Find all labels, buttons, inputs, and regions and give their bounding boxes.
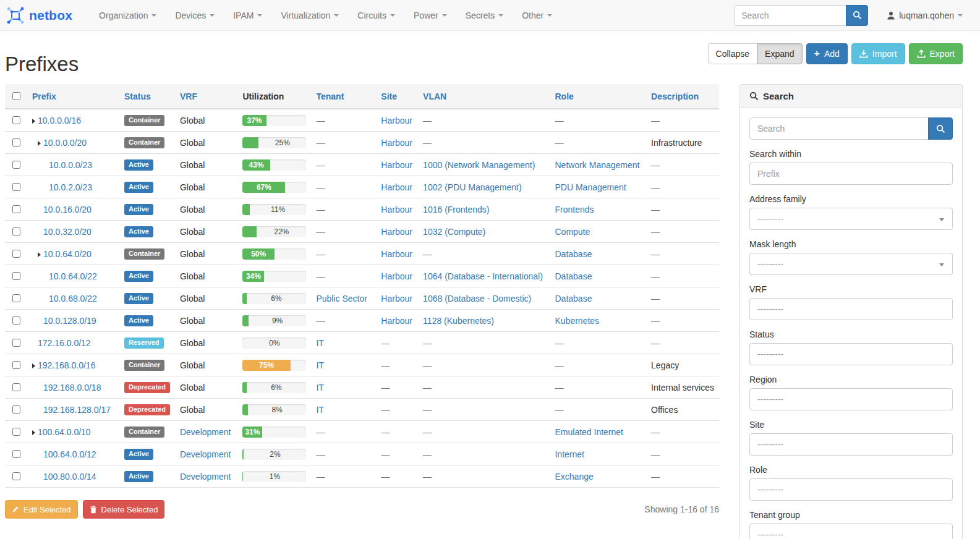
- row-checkbox[interactable]: [12, 205, 20, 213]
- filter-select-mask-length[interactable]: ---------: [749, 253, 953, 275]
- row-checkbox[interactable]: [12, 183, 20, 191]
- prefix-link[interactable]: 10.0.64.0/20: [43, 249, 92, 259]
- collapse-button[interactable]: Collapse: [708, 43, 757, 64]
- role-link[interactable]: Kubernetes: [555, 316, 599, 326]
- site-link[interactable]: Harbour: [381, 205, 412, 214]
- prefix-link[interactable]: 10.0.128.0/19: [43, 316, 96, 326]
- vrf-link[interactable]: Development: [180, 472, 231, 482]
- row-checkbox[interactable]: [12, 405, 20, 414]
- role-link[interactable]: Emulated Internet: [555, 427, 623, 437]
- role-link[interactable]: Frontends: [555, 205, 594, 214]
- column-header-description[interactable]: Description: [646, 84, 719, 109]
- site-link[interactable]: Harbour: [381, 294, 412, 303]
- export-button[interactable]: Export: [909, 43, 963, 64]
- nav-menu-other[interactable]: Other: [513, 0, 561, 31]
- site-link[interactable]: Harbour: [381, 271, 412, 281]
- tenant-link[interactable]: IT: [316, 383, 323, 393]
- navbar-search-button[interactable]: [846, 5, 868, 26]
- row-checkbox[interactable]: [12, 116, 20, 124]
- expand-caret-icon[interactable]: [38, 252, 41, 257]
- site-link[interactable]: Harbour: [381, 227, 412, 237]
- edit-selected-button[interactable]: Edit Selected: [5, 500, 78, 519]
- site-link[interactable]: Harbour: [381, 138, 412, 148]
- expand-caret-icon[interactable]: [32, 363, 35, 368]
- role-link[interactable]: PDU Management: [555, 182, 626, 192]
- prefix-link[interactable]: 10.0.64.0/22: [49, 271, 97, 281]
- row-checkbox[interactable]: [12, 428, 20, 436]
- row-checkbox[interactable]: [12, 339, 20, 347]
- sidebar-search-button[interactable]: [928, 117, 953, 140]
- prefix-link[interactable]: 192.168.0.0/16: [38, 360, 95, 370]
- nav-menu-circuits[interactable]: Circuits: [348, 0, 404, 31]
- column-header-site[interactable]: Site: [376, 84, 418, 109]
- user-menu[interactable]: luqman.qohen: [887, 11, 963, 20]
- vlan-link[interactable]: 1002 (PDU Management): [423, 182, 522, 192]
- site-link[interactable]: Harbour: [381, 160, 412, 170]
- site-link[interactable]: Harbour: [381, 182, 412, 192]
- column-header-vrf[interactable]: VRF: [175, 84, 237, 109]
- row-checkbox[interactable]: [12, 227, 20, 236]
- role-link[interactable]: Exchange: [555, 472, 593, 482]
- filter-select-address-family[interactable]: ---------: [749, 208, 953, 230]
- row-checkbox[interactable]: [12, 294, 20, 302]
- select-all-checkbox[interactable]: [12, 92, 20, 100]
- filter-select-status[interactable]: ---------: [749, 343, 953, 365]
- row-checkbox[interactable]: [12, 472, 20, 480]
- nav-menu-virtualization[interactable]: Virtualization: [271, 0, 348, 31]
- nav-menu-ipam[interactable]: IPAM: [224, 0, 271, 31]
- row-checkbox[interactable]: [12, 138, 20, 146]
- role-link[interactable]: Database: [555, 294, 592, 303]
- row-checkbox[interactable]: [12, 450, 20, 458]
- row-checkbox[interactable]: [12, 161, 20, 169]
- delete-selected-button[interactable]: Delete Selected: [83, 500, 165, 519]
- row-checkbox[interactable]: [12, 383, 20, 391]
- prefix-link[interactable]: 100.64.0.0/10: [38, 427, 91, 437]
- filter-select-vrf[interactable]: ---------: [749, 298, 953, 320]
- nav-menu-devices[interactable]: Devices: [166, 0, 224, 31]
- expand-caret-icon[interactable]: [32, 119, 35, 124]
- filter-input-search-within[interactable]: [749, 163, 953, 185]
- column-header-vlan[interactable]: VLAN: [418, 84, 550, 109]
- filter-select-role[interactable]: ---------: [749, 478, 953, 501]
- expand-button[interactable]: Expand: [757, 43, 802, 64]
- column-header-tenant[interactable]: Tenant: [311, 84, 376, 109]
- role-link[interactable]: Database: [555, 271, 592, 281]
- nav-menu-organization[interactable]: Organization: [90, 0, 166, 31]
- sidebar-search-input[interactable]: [749, 117, 929, 140]
- netbox-logo[interactable]: netbox: [6, 6, 72, 25]
- site-link[interactable]: Harbour: [381, 249, 412, 259]
- prefix-link[interactable]: 100.64.0.0/12: [43, 449, 96, 459]
- prefix-link[interactable]: 10.0.0.0/23: [49, 160, 92, 170]
- tenant-link[interactable]: IT: [316, 360, 323, 370]
- prefix-link[interactable]: 172.16.0.0/12: [38, 338, 91, 348]
- row-checkbox[interactable]: [12, 272, 20, 280]
- tenant-link[interactable]: Public Sector: [316, 294, 367, 303]
- site-link[interactable]: Harbour: [381, 116, 412, 125]
- nav-menu-secrets[interactable]: Secrets: [456, 0, 513, 31]
- prefix-link[interactable]: 10.0.0.0/20: [43, 138, 87, 148]
- prefix-link[interactable]: 192.168.128.0/17: [43, 405, 111, 415]
- row-checkbox[interactable]: [12, 316, 20, 325]
- filter-select-site[interactable]: ---------: [749, 433, 953, 456]
- navbar-search-input[interactable]: [734, 5, 846, 26]
- role-link[interactable]: Network Management: [555, 160, 639, 170]
- vlan-link[interactable]: 1016 (Frontends): [423, 205, 489, 214]
- add-button[interactable]: +Add: [806, 43, 848, 64]
- prefix-link[interactable]: 10.0.32.0/20: [43, 227, 92, 237]
- filter-select-tenant-group[interactable]: ---------: [749, 524, 953, 539]
- vlan-link[interactable]: 1064 (Database - International): [423, 271, 543, 281]
- role-link[interactable]: Internet: [555, 449, 584, 459]
- prefix-link[interactable]: 100.80.0.0/14: [43, 472, 96, 482]
- filter-select-region[interactable]: ---------: [749, 388, 953, 410]
- vlan-link[interactable]: 1032 (Compute): [423, 227, 485, 237]
- expand-caret-icon[interactable]: [38, 141, 41, 146]
- vrf-link[interactable]: Development: [180, 449, 231, 459]
- row-checkbox[interactable]: [12, 361, 20, 369]
- vrf-link[interactable]: Development: [180, 427, 231, 437]
- prefix-link[interactable]: 10.0.0.0/16: [38, 116, 81, 125]
- expand-caret-icon[interactable]: [32, 430, 35, 435]
- nav-menu-power[interactable]: Power: [404, 0, 456, 31]
- tenant-link[interactable]: IT: [316, 338, 323, 348]
- tenant-link[interactable]: IT: [316, 405, 323, 415]
- vlan-link[interactable]: 1068 (Database - Domestic): [423, 294, 531, 303]
